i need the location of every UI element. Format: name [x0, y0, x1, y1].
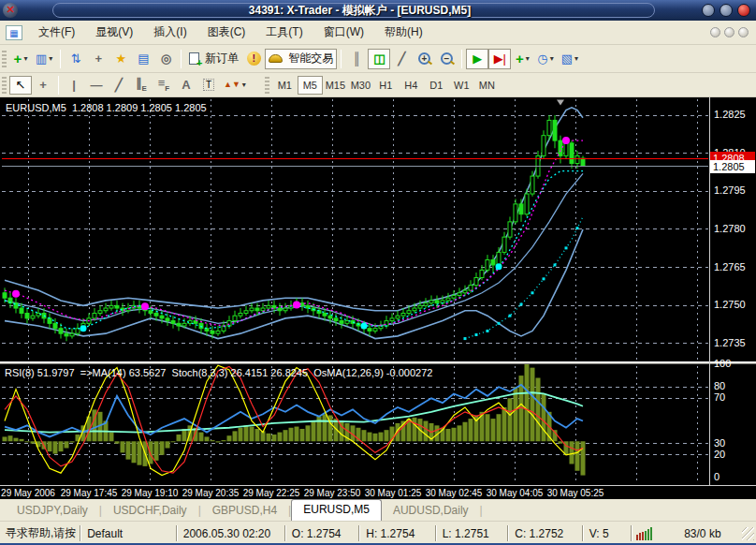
candlestick-button[interactable]: ◫ — [368, 49, 390, 69]
period-button-H1[interactable]: H1 — [373, 76, 399, 95]
chart-shift-button[interactable]: ▶| — [488, 49, 511, 69]
profiles-icon: ▥ — [36, 52, 47, 65]
time-axis-label: 29 May 17:45 — [56, 488, 122, 498]
menu-item-charts[interactable]: 图表(C) — [197, 21, 256, 44]
chevron-down-icon: ▾ — [550, 54, 554, 63]
terminal-button[interactable]: ▤ — [132, 49, 154, 69]
period-button-M15[interactable]: M15 — [323, 76, 348, 95]
toolbar-separator — [461, 50, 462, 68]
maximize-button[interactable] — [720, 4, 733, 17]
time-axis-label: 30 May 04:05 — [482, 488, 547, 498]
strategy-tester-button[interactable]: ◎ — [154, 49, 177, 69]
toolbar-grip[interactable] — [2, 51, 7, 67]
period-button-M1[interactable]: M1 — [272, 76, 298, 95]
toolbar-separator — [181, 50, 182, 68]
tab-AUDUSD-Daily[interactable]: AUDUSD,Daily — [382, 501, 480, 521]
app-icon[interactable]: ✕ — [3, 3, 18, 18]
time-axis-label: 29 May 23:50 — [299, 488, 365, 498]
vertical-line-button[interactable]: | — [63, 76, 85, 95]
tab-GBPUSD-H4[interactable]: GBPUSD,H4 — [201, 501, 288, 521]
menu-item-file[interactable]: 文件(F) — [28, 21, 85, 44]
menu-item-view[interactable]: 显视(V) — [85, 21, 143, 44]
bar-chart-button[interactable]: ║ — [345, 49, 368, 69]
navigator-button[interactable]: ★ — [109, 49, 132, 69]
chart-ohlc-label: EURUSD,M5 1.2808 1.2809 1.2805 1.2805 — [6, 102, 207, 113]
menu-minimize-button[interactable] — [710, 27, 720, 37]
period-button-M5[interactable]: M5 — [298, 76, 323, 95]
text-label-button[interactable]: T — [197, 76, 220, 95]
periods-button[interactable]: ◷▾ — [533, 49, 557, 69]
crosshair-button[interactable]: + — [32, 76, 54, 95]
crosshair-icon: + — [39, 79, 47, 91]
tab-EURUSD-M5[interactable]: EURUSD,M5 — [291, 499, 382, 521]
tab-USDJPY-Daily[interactable]: USDJPY,Daily — [6, 501, 99, 521]
fibonacci-icon: ≡F — [158, 77, 169, 93]
line-chart-button[interactable]: ╱ — [390, 49, 413, 69]
indicators-icon: + — [516, 52, 524, 66]
horizontal-line-button[interactable]: — — [85, 76, 108, 95]
chart-shift-icon: ▶| — [494, 52, 506, 65]
period-button-D1[interactable]: D1 — [424, 76, 449, 95]
cursor-button[interactable]: ↖ — [9, 76, 32, 95]
new-chart-icon: + — [14, 52, 22, 66]
chevron-down-icon: ▾ — [574, 54, 578, 63]
menu-item-help[interactable]: 帮助(H) — [374, 21, 433, 44]
arrows-button[interactable]: ▲▼▾ — [220, 76, 250, 95]
auto-scroll-icon: ▶ — [472, 52, 482, 65]
trendline-icon: ╱ — [115, 79, 123, 91]
zoom-in-button[interactable]: + — [413, 49, 435, 69]
new-chart-button[interactable]: +▾ — [9, 49, 32, 69]
period-button-W1[interactable]: W1 — [449, 76, 474, 95]
time-axis-label: 30 May 02:45 — [421, 488, 487, 498]
status-high: H: 1.2754 — [360, 527, 434, 540]
trendline-button[interactable]: ╱ — [108, 76, 130, 95]
zoom-out-button[interactable]: − — [435, 49, 458, 69]
menu-item-insert[interactable]: 插入(I) — [143, 21, 196, 44]
bar-chart-icon: ║ — [353, 52, 361, 65]
status-traffic: 83/0 kb — [663, 527, 741, 540]
indicator-canvas[interactable] — [0, 364, 756, 485]
templates-button[interactable]: ▧▾ — [558, 49, 582, 69]
fibonacci-button[interactable]: ≡F — [153, 76, 175, 95]
menu-item-tools[interactable]: 工具(T) — [255, 21, 313, 44]
period-button-M30[interactable]: M30 — [348, 76, 373, 95]
equidistant-channel-button[interactable]: ∥E — [130, 76, 153, 95]
close-button[interactable] — [737, 4, 750, 17]
candlestick-icon: ◫ — [373, 52, 385, 65]
tab-USDCHF-Daily[interactable]: USDCHF,Daily — [102, 501, 198, 521]
price-axis-label: 1.2750 — [714, 299, 746, 310]
toolbar-grip[interactable] — [2, 77, 7, 94]
expert-advisors-button[interactable]: 智能交易 — [265, 49, 337, 69]
status-bar: 寻求帮助,请按 Default 2006.05.30 02:20 O: 1.27… — [0, 522, 756, 545]
indicators-button[interactable]: +▾ — [511, 49, 533, 69]
star-icon: ★ — [115, 52, 126, 65]
profiles-button[interactable]: ▥▾ — [32, 49, 56, 69]
menu-restore-button[interactable] — [724, 27, 734, 37]
price-axis-label: 1.2765 — [714, 261, 746, 272]
indicator-axis-label: 80 — [714, 380, 725, 391]
text-button[interactable]: A — [175, 76, 197, 95]
toolbar-grip[interactable] — [265, 77, 269, 94]
indicator-axis-label: 20 — [714, 449, 725, 460]
time-axis-label: 29 May 19:10 — [117, 488, 182, 498]
time-axis-label: 30 May 05:25 — [543, 488, 608, 498]
period-button-H4[interactable]: H4 — [399, 76, 424, 95]
alert-icon: ! — [247, 52, 261, 66]
order-doc-icon — [189, 52, 199, 65]
window-title: 34391: X-Trader - 模拟帐户 - [EURUSD,M5] — [18, 3, 702, 19]
line-studies-toolbar: ↖ + | — ╱ ∥E ≡F A T ▲▼▾ M1M5M15M30H1H4D1… — [0, 73, 756, 97]
new-order-button[interactable]: 新订单 — [185, 49, 242, 69]
minimize-button[interactable] — [702, 4, 715, 17]
market-watch-button[interactable]: ⇅ — [65, 49, 87, 69]
period-button-MN[interactable]: MN — [474, 76, 500, 95]
data-window-button[interactable]: + — [87, 49, 109, 69]
expert-hat-icon — [269, 54, 283, 63]
terminal-icon: ▤ — [138, 52, 149, 65]
menu-item-window[interactable]: 窗口(W) — [313, 21, 374, 44]
resize-grip[interactable] — [742, 527, 754, 540]
main-chart-canvas[interactable] — [0, 97, 756, 361]
metaquotes-alert-button[interactable]: ! — [242, 49, 265, 69]
auto-scroll-button[interactable]: ▶ — [466, 49, 488, 69]
menu-close-button[interactable] — [738, 27, 749, 37]
time-axis[interactable]: 29 May 200629 May 17:4529 May 19:1029 Ma… — [0, 485, 756, 499]
